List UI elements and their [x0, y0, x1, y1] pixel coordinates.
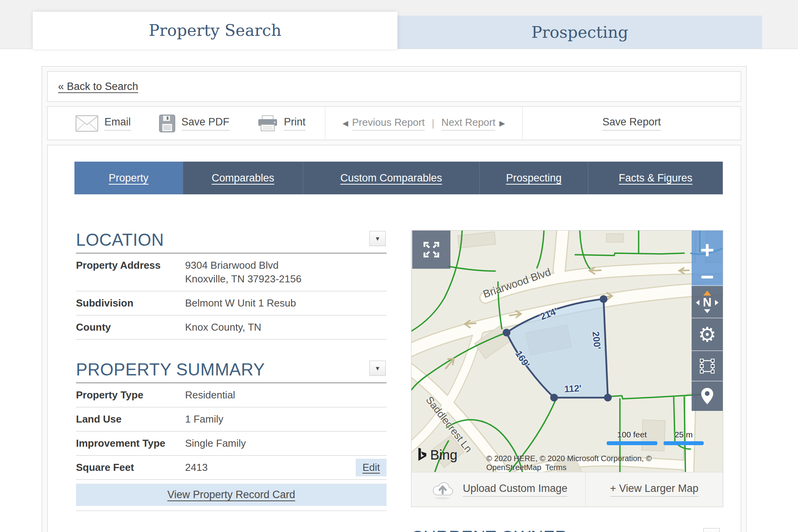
- edit-square-feet-button[interactable]: Edit: [356, 459, 387, 476]
- report-body: Property Comparables Custom Comparables …: [47, 145, 741, 532]
- tab-property-label: Property: [109, 172, 148, 184]
- tab-comparables-label: Comparables: [212, 172, 274, 184]
- parcel-map[interactable]: Briarwood Blvd Saddlecrest Ln 214' 200' …: [411, 231, 723, 472]
- upload-custom-image-label: Upload Custom Image: [463, 483, 568, 497]
- current-owner-collapse-button[interactable]: ▼: [703, 528, 720, 532]
- compass-left-arrow-icon: [696, 300, 699, 305]
- email-icon: [76, 115, 98, 132]
- property-type-row: Property Type Residential: [76, 383, 387, 407]
- square-feet-value: 2413: [185, 461, 208, 474]
- view-property-record-card-label: View Property Record Card: [167, 489, 295, 501]
- tab-prospecting-report[interactable]: Prospecting: [479, 162, 588, 194]
- land-use-value: 1 Family: [185, 412, 223, 426]
- subdivision-row: Subdivision Belmont W Unit 1 Resub: [76, 291, 387, 315]
- property-summary-collapse-button[interactable]: ▼: [369, 361, 386, 376]
- county-row: County Knox County, TN: [76, 315, 387, 340]
- property-summary-section-header: PROPERTY SUMMARY ▼: [76, 360, 387, 383]
- previous-arrow-icon: ◀: [343, 119, 348, 128]
- view-property-record-card-button[interactable]: View Property Record Card: [76, 484, 387, 506]
- bing-logo[interactable]: Bing: [417, 447, 457, 463]
- next-report-link[interactable]: Next Report ▶: [441, 116, 505, 130]
- tab-property-search[interactable]: Property Search: [33, 12, 397, 49]
- improvement-type-value: Single Family: [185, 437, 246, 450]
- map-footer-bar: Upload Custom Image + View Larger Map: [411, 472, 723, 507]
- previous-report-link[interactable]: ◀ Previous Report: [343, 116, 425, 130]
- terms-link[interactable]: Terms: [545, 463, 566, 472]
- email-button[interactable]: Email: [76, 115, 131, 132]
- square-feet-label: Square Feet: [76, 461, 185, 474]
- back-box: « Back to Search: [47, 71, 741, 102]
- print-button[interactable]: Print: [258, 115, 306, 132]
- bing-b-icon: [417, 447, 427, 463]
- right-column: Briarwood Blvd Saddlecrest Ln 214' 200' …: [411, 230, 723, 532]
- land-use-row: Land Use 1 Family: [76, 407, 387, 432]
- top-tab-bar: Property Search Prospecting: [0, 0, 798, 49]
- map-attribution: © 2020 HERE, © 2020 Microsoft Corporatio…: [486, 454, 723, 472]
- property-type-label: Property Type: [76, 388, 185, 402]
- expand-arrows-icon: [422, 240, 441, 259]
- subdivision-value: Belmont W Unit 1 Resub: [185, 296, 296, 310]
- compass-down-arrow-icon: [704, 309, 710, 313]
- scale-feet-bar: [607, 441, 657, 445]
- toolbar-actions: Email Save PDF: [48, 107, 325, 140]
- chevron-down-icon: ▼: [375, 365, 381, 372]
- save-pdf-button[interactable]: Save PDF: [159, 115, 230, 132]
- subdivision-label: Subdivision: [76, 296, 185, 310]
- compass-up-arrow-icon: [703, 291, 711, 296]
- save-report-link[interactable]: Save Report: [602, 116, 661, 130]
- chevron-down-icon: ▼: [375, 235, 381, 242]
- county-label: County: [76, 321, 185, 334]
- save-pdf-icon: [159, 115, 175, 132]
- tab-custom-comparables-label: Custom Comparables: [340, 172, 442, 184]
- current-owner-section-header: CURRENT OWNER ▼: [411, 527, 723, 532]
- improvement-type-label: Improvement Type: [76, 437, 185, 450]
- location-pin-icon: [700, 388, 714, 405]
- cloud-upload-icon: [429, 479, 455, 500]
- back-to-search-link[interactable]: « Back to Search: [58, 81, 138, 93]
- tab-custom-comparables[interactable]: Custom Comparables: [303, 162, 479, 194]
- compass-north-label: N: [703, 296, 711, 308]
- previous-report-label: Previous Report: [352, 116, 425, 130]
- map-compass-control[interactable]: N: [692, 285, 723, 318]
- scale-meters-label: 25 m: [664, 430, 704, 439]
- report-nav-tabs: Property Comparables Custom Comparables …: [74, 162, 723, 194]
- tab-property[interactable]: Property: [74, 162, 183, 194]
- improvement-type-row: Improvement Type Single Family: [76, 432, 387, 456]
- zoom-in-button[interactable]: +: [700, 238, 714, 262]
- map-zoom-control[interactable]: +: [692, 231, 723, 285]
- next-arrow-icon: ▶: [499, 119, 505, 128]
- location-section-header: LOCATION ▼: [76, 230, 387, 254]
- map-location-button[interactable]: [692, 381, 723, 411]
- tab-comparables[interactable]: Comparables: [183, 162, 303, 194]
- measurement-right: 200': [590, 331, 603, 350]
- property-summary-title: PROPERTY SUMMARY: [76, 360, 387, 379]
- gear-icon: ⚙: [698, 324, 717, 345]
- compass-right-arrow-icon: [715, 300, 719, 305]
- upload-custom-image-button[interactable]: Upload Custom Image: [411, 472, 586, 507]
- land-use-label: Land Use: [76, 412, 185, 426]
- tab-prospecting-label: Prospecting: [531, 23, 629, 42]
- county-value: Knox County, TN: [185, 321, 261, 334]
- view-larger-map-label: + View Larger Map: [610, 483, 699, 497]
- bing-logo-text: Bing: [430, 447, 457, 463]
- zoom-out-button[interactable]: [701, 276, 713, 278]
- tab-facts-figures[interactable]: Facts & Figures: [588, 162, 723, 194]
- tab-property-search-label: Property Search: [149, 21, 281, 40]
- square-feet-row: Square Feet 2413 Edit: [76, 456, 387, 480]
- map-fullscreen-button[interactable]: [412, 231, 450, 269]
- tab-facts-figures-label: Facts & Figures: [619, 172, 692, 184]
- current-owner-title: CURRENT OWNER: [411, 527, 723, 532]
- map-settings-button[interactable]: ⚙: [692, 318, 723, 351]
- measurement-bottom: 112': [564, 383, 582, 395]
- email-label: Email: [104, 116, 131, 130]
- view-larger-map-button[interactable]: + View Larger Map: [586, 472, 723, 507]
- map-area-select-button[interactable]: [692, 351, 723, 381]
- divider: [76, 511, 387, 511]
- scale-meters-bar: [664, 441, 704, 445]
- left-column: LOCATION ▼ Property Address 9304 Briarwo…: [76, 230, 387, 532]
- toolbar-save-section: Save Report: [523, 107, 741, 140]
- save-pdf-label: Save PDF: [182, 116, 230, 130]
- tab-prospecting[interactable]: Prospecting: [397, 16, 762, 49]
- report-container: « Back to Search Email Save: [42, 66, 747, 532]
- location-collapse-button[interactable]: ▼: [369, 231, 386, 246]
